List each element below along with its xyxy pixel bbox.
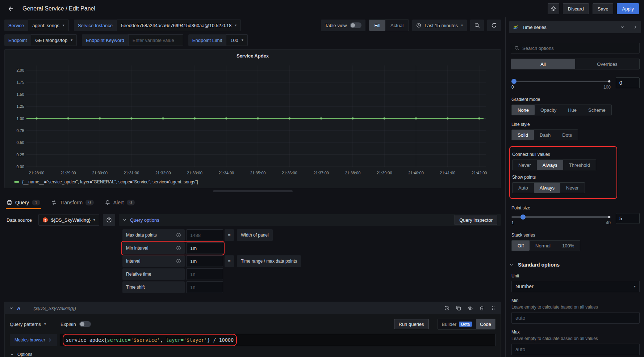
eye-icon [467, 305, 473, 311]
toggle-query-visibility-button[interactable] [467, 305, 473, 311]
explain-toggle[interactable] [79, 321, 91, 327]
slider-max-label: 100 [603, 85, 611, 90]
min-input[interactable] [511, 312, 640, 324]
legend-item[interactable]: {__name__="service_apdex", layer="GENERA… [8, 178, 497, 186]
top-bar: General Service / Edit Panel Discard Sav… [0, 0, 644, 17]
table-view-toggle[interactable] [350, 22, 361, 28]
visualization-picker[interactable]: Time series [509, 21, 641, 33]
point-size-slider[interactable]: 1 40 [511, 213, 611, 226]
zoom-out-icon [474, 22, 480, 28]
back-button[interactable] [5, 3, 17, 14]
query-options-rows: Max data points 1488 = Width of panel Mi… [122, 229, 501, 293]
query-options-header[interactable]: Query options Query inspector [119, 214, 501, 226]
tab-alert[interactable]: Alert 0 [105, 196, 135, 209]
all-overrides-option-all[interactable]: All [511, 59, 575, 69]
line-style-option-dots[interactable]: Dots [556, 130, 578, 140]
query-options-title: Query options [130, 217, 159, 223]
gradient-mode-option-opacity[interactable]: Opacity [535, 105, 562, 115]
fill-opacity-value[interactable]: 0 [616, 77, 640, 88]
slider-track[interactable] [511, 216, 611, 218]
fill-actual-option-actual[interactable]: Actual [385, 20, 409, 31]
svg-text:21:38:00: 21:38:00 [345, 171, 360, 175]
slider-handle[interactable] [511, 79, 517, 84]
copy-icon [456, 305, 461, 311]
service-variable-value[interactable]: agent::songs▾ [28, 20, 68, 31]
stack-series-option-100-[interactable]: 100% [556, 241, 580, 251]
refresh-icon [491, 22, 497, 28]
connect-null-option-never[interactable]: Never [513, 160, 537, 170]
query-ref-datasource: (${DS_SkyWalking}) [33, 306, 76, 311]
query-card-header[interactable]: A (${DS_SkyWalking}) [5, 302, 501, 314]
fill-actual-option-fill[interactable]: Fill [369, 20, 385, 31]
datasource-picker[interactable]: ${DS_SkyWalking} ▾ [38, 214, 99, 226]
line-style-option-dash[interactable]: Dash [534, 130, 556, 140]
show-points-option-always[interactable]: Always [534, 183, 560, 193]
show-points-option-auto[interactable]: Auto [513, 183, 534, 193]
query-inspector-button[interactable]: Query inspector [455, 215, 497, 225]
svg-text:21:42:00: 21:42:00 [472, 171, 487, 175]
resize-handle[interactable] [213, 190, 293, 192]
svg-text:1.75: 1.75 [17, 80, 24, 84]
metrics-browser-button[interactable]: Metrics browser [10, 334, 57, 346]
gradient-mode-option-none[interactable]: None [512, 105, 535, 115]
time-shift-input[interactable]: 1h [186, 281, 223, 293]
save-button[interactable]: Save [593, 3, 614, 14]
show-points-option-never[interactable]: Never [560, 183, 585, 193]
stack-series-option-off[interactable]: Off [512, 241, 530, 251]
time-series-icon [513, 24, 519, 30]
datasource-help-button[interactable] [103, 214, 115, 226]
options-search-input[interactable] [522, 46, 636, 51]
min-interval-label: Min interval [122, 242, 185, 254]
zoom-out-time-button[interactable] [470, 20, 484, 31]
transform-icon [51, 200, 57, 205]
max-data-points-row: Max data points 1488 = Width of panel [122, 229, 501, 241]
standard-options-section[interactable]: Standard options [509, 262, 640, 268]
explain-control: Explain [60, 321, 91, 327]
connect-null-option-always[interactable]: Always [537, 160, 563, 170]
builder-mode-option[interactable]: BuilderBeta [438, 319, 476, 329]
run-queries-button[interactable]: Run queries [394, 319, 429, 329]
slider-handle[interactable] [520, 214, 526, 220]
min-interval-input[interactable]: 1m [186, 242, 223, 254]
endpoint-limit-value[interactable]: 100▾ [226, 34, 248, 46]
service-instance-variable-value[interactable]: 5eed0e5758a244aca6e7699415d360aa@10.52.0… [117, 20, 241, 31]
query-patterns-dropdown[interactable]: Query patterns▾ [10, 322, 46, 327]
line-style-option-solid[interactable]: Solid [512, 130, 534, 140]
stack-series-option-normal[interactable]: Normal [530, 241, 556, 251]
query-options-collapse[interactable]: Options [10, 352, 495, 357]
duplicate-query-button[interactable] [456, 305, 461, 311]
endpoint-keyword-input[interactable] [133, 38, 179, 43]
show-points-group: AutoAlwaysNever [512, 182, 585, 193]
all-overrides-option-overrides[interactable]: Overrides [575, 59, 639, 69]
unit-select[interactable]: Number ▾ [511, 281, 640, 292]
gradient-mode-option-hue[interactable]: Hue [562, 105, 582, 115]
relative-time-input[interactable]: 1h [186, 268, 223, 280]
panel-settings-button[interactable] [548, 3, 559, 14]
delete-query-button[interactable] [479, 305, 485, 311]
tab-transform[interactable]: Transform 0 [51, 196, 94, 209]
fill-opacity-slider[interactable]: 0 100 [511, 77, 611, 90]
drag-query-handle[interactable] [490, 305, 496, 311]
svg-text:0.50: 0.50 [17, 140, 24, 145]
unit-field: Unit Number ▾ [511, 273, 640, 292]
code-mode-option[interactable]: Code [476, 319, 495, 329]
metrics-row: Metrics browser service_apdex{service='$… [10, 334, 495, 346]
svg-text:21:35:00: 21:35:00 [250, 171, 266, 175]
max-data-points-input[interactable]: 1488 [186, 229, 223, 241]
tab-query[interactable]: Query 1 [7, 196, 40, 209]
apply-button[interactable]: Apply [617, 3, 639, 14]
min-interval-row: Min interval 1m [122, 242, 501, 254]
discard-button[interactable]: Discard [563, 3, 589, 14]
query-history-button[interactable] [444, 305, 450, 311]
connect-null-option-threshold[interactable]: Threshold [563, 160, 596, 170]
max-input[interactable] [511, 344, 640, 355]
gradient-mode-option-scheme[interactable]: Scheme [582, 105, 611, 115]
refresh-button[interactable] [487, 20, 501, 31]
chevron-down-icon [10, 352, 14, 357]
slider-track[interactable] [511, 81, 611, 82]
point-size-value[interactable]: 5 [616, 213, 640, 224]
endpoint-variable-value[interactable]: GET:/songs/top▾ [31, 34, 77, 46]
variables-row-1: Service agent::songs▾ Service Instance 5… [4, 20, 501, 31]
promql-editor[interactable]: service_apdex{service='$service', layer=… [60, 334, 495, 346]
time-range-picker[interactable]: Last 15 minutes ▾ [412, 20, 467, 31]
